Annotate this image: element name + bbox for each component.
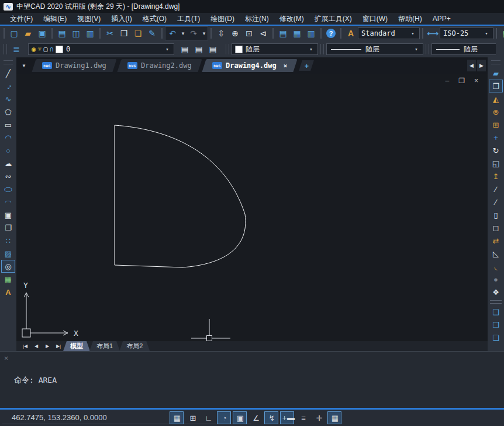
dynamic-input-toggle-button[interactable]: ↯ <box>264 411 278 424</box>
send-to-back-button[interactable]: ❏ <box>489 331 503 344</box>
zoom-previous-button[interactable]: ⊲ <box>256 27 270 40</box>
layer-states-button[interactable]: ▤ <box>206 43 220 56</box>
dim-style-combo[interactable]: ISO-25 ▾ <box>440 28 493 39</box>
redo-dropdown-icon[interactable]: ▾ <box>201 30 208 36</box>
toolbar-grip[interactable] <box>4 28 5 39</box>
make-block-button[interactable]: ❐ <box>1 221 15 234</box>
rotate-button[interactable]: ↻ <box>489 144 503 157</box>
menu-item-format[interactable]: 格式(O) <box>137 13 172 25</box>
toolbar-grip[interactable] <box>210 28 212 39</box>
table-style-icon[interactable]: ▦ <box>499 27 504 40</box>
command-panel-close-icon[interactable]: × <box>4 354 8 362</box>
tab-list-menu-button[interactable]: ▼ <box>19 60 29 71</box>
close-icon[interactable]: × <box>474 77 478 84</box>
first-tab-button[interactable]: |◀ <box>20 343 30 349</box>
menu-item-help[interactable]: 帮助(H) <box>393 13 427 25</box>
polygon-button[interactable]: ⬠ <box>1 105 15 118</box>
mtext-button[interactable]: A <box>1 286 15 298</box>
undo-button[interactable]: ↶ <box>165 27 179 40</box>
menu-item-window[interactable]: 窗口(W) <box>357 13 393 25</box>
rectangle-button[interactable]: ▭ <box>1 118 15 131</box>
toolbar-grip[interactable] <box>320 28 322 39</box>
new-tab-button[interactable]: ＋ <box>299 60 314 71</box>
erase-button[interactable]: ▰ <box>489 67 503 80</box>
menu-item-express-tools[interactable]: 扩展工具(X) <box>309 13 357 25</box>
toolbar-grip[interactable] <box>340 28 341 39</box>
layer-previous-button[interactable]: ▤ <box>192 43 206 56</box>
paste-button[interactable]: ❏ <box>131 27 145 40</box>
toolbar-grip[interactable] <box>161 28 163 39</box>
match-properties-button[interactable]: ✎ <box>145 27 159 40</box>
print-preview-button[interactable]: ◫ <box>69 27 83 40</box>
dim-style-icon[interactable]: ⟷ <box>426 27 440 40</box>
drawing-canvas[interactable]: Y X – ❐ × <box>16 74 488 341</box>
toolbar-grip[interactable] <box>226 44 229 54</box>
plot-button[interactable]: ▥ <box>83 27 97 40</box>
revision-cloud-button[interactable]: ☁ <box>1 157 15 170</box>
extend-button[interactable]: ∕ <box>489 195 503 208</box>
tool-palettes-button[interactable]: ▦ <box>290 27 304 40</box>
d-shape-polyline[interactable] <box>115 125 246 267</box>
copy-button[interactable]: ❐ <box>489 80 503 92</box>
toolbar-grip[interactable] <box>4 60 13 64</box>
status-menu-button[interactable]: ≡ <box>296 411 310 424</box>
sheet-set-manager-button[interactable]: ▥ <box>304 27 318 40</box>
menu-item-dimension[interactable]: 标注(N) <box>240 13 274 25</box>
toolbar-grip[interactable] <box>422 28 423 39</box>
break-at-point-button[interactable]: ▯ <box>489 208 503 221</box>
array-button[interactable]: ⊞ <box>489 118 503 131</box>
toolbar-grip[interactable] <box>4 44 7 54</box>
mirror-button[interactable]: ◭ <box>489 92 503 105</box>
text-style-combo[interactable]: Standard ▾ <box>358 28 420 39</box>
tab-drawing4-active[interactable]: DWG Drawing4.dwg × <box>202 59 298 72</box>
tab-drawing1[interactable]: DWG Drawing1.dwg <box>32 59 116 72</box>
break-button[interactable]: ◻ <box>489 221 503 234</box>
menu-item-view[interactable]: 视图(V) <box>72 13 106 25</box>
grid-toggle-button[interactable]: ▦ <box>170 411 184 424</box>
toolbar-grip[interactable] <box>51 28 53 39</box>
save-button[interactable]: ▣ <box>35 27 49 40</box>
help-button[interactable]: ? <box>324 27 338 40</box>
menu-item-file[interactable]: 文件(F) <box>5 13 38 25</box>
copy-clip-button[interactable]: ❐ <box>117 27 131 40</box>
layout2-tab[interactable]: 布局2 <box>119 341 150 351</box>
menu-item-insert[interactable]: 插入(I) <box>106 13 137 25</box>
tab-drawing2[interactable]: DWG Drawing2.dwg <box>117 59 202 72</box>
open-folder-button[interactable]: ▰ <box>21 27 35 40</box>
zoom-realtime-button[interactable]: ⊕ <box>228 27 242 40</box>
properties-palette-button[interactable]: ▤ <box>276 27 290 40</box>
next-tab-button[interactable]: ▶ <box>42 343 53 349</box>
object-snap-toggle-button[interactable]: ▣ <box>233 411 247 424</box>
hatch-button[interactable]: ▨ <box>1 247 15 260</box>
toolbar-grip[interactable] <box>99 28 101 39</box>
toolbar-grip[interactable] <box>491 60 500 64</box>
previous-tab-button[interactable]: ◀ <box>31 343 42 349</box>
linetype-combo[interactable]: 随层 ▾ <box>326 43 423 55</box>
last-tab-button[interactable]: ▶| <box>53 343 64 349</box>
move-button[interactable]: ＋ <box>489 131 503 144</box>
text-style-icon[interactable]: A <box>344 27 358 40</box>
circle-button[interactable]: ○ <box>1 144 15 157</box>
point-button[interactable]: ∷ <box>1 234 15 247</box>
scale-button[interactable]: ◱ <box>489 157 503 170</box>
cut-button[interactable]: ✂ <box>103 27 117 40</box>
restore-icon[interactable]: ❐ <box>458 77 465 84</box>
zoom-window-button[interactable]: ⊡ <box>242 27 256 40</box>
lineweight-combo[interactable]: 随层 <box>431 43 496 55</box>
layer-manager-button[interactable]: ≣ <box>9 43 23 56</box>
annotation-scale-button[interactable]: ✛ <box>312 411 326 424</box>
lineweight-display-toggle-button[interactable]: ＋▬ <box>280 411 294 424</box>
ortho-toggle-button[interactable]: ∟ <box>201 411 215 424</box>
layer-combo[interactable]: ◉ ☼ ▢ ∩ 0 ▾ <box>28 43 174 55</box>
explode-button[interactable]: ❖ <box>489 286 503 298</box>
chamfer-button[interactable]: ◺ <box>489 247 503 260</box>
ellipse-arc-button[interactable]: ◠ <box>1 198 15 206</box>
print-button[interactable]: ▤ <box>55 27 69 40</box>
minimize-icon[interactable]: – <box>446 77 450 84</box>
menu-item-app-plus[interactable]: APP+ <box>427 13 456 25</box>
color-combo[interactable]: 随层 ▾ <box>232 43 318 55</box>
toolbar-grip[interactable] <box>496 28 497 39</box>
new-button[interactable]: ▢ <box>7 27 21 40</box>
bring-above-objects-button[interactable]: ❒ <box>489 318 503 331</box>
menu-item-edit[interactable]: 编辑(E) <box>38 13 72 25</box>
